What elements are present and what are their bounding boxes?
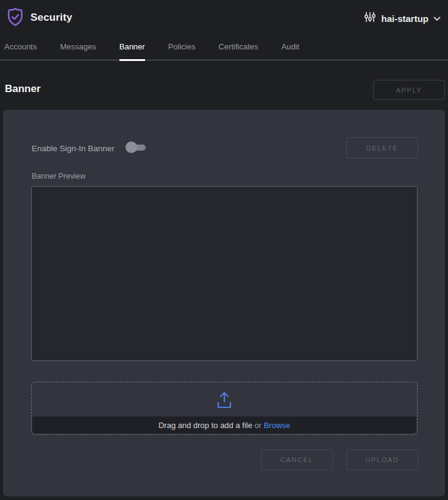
tab-bar: Accounts Messages Banner Policies Certif…	[0, 34, 448, 60]
banner-preview-label: Banner Preview	[32, 172, 85, 180]
tab-banner[interactable]: Banner	[119, 35, 145, 60]
enable-banner-toggle[interactable]	[126, 141, 146, 154]
page-title: Banner	[5, 83, 41, 95]
dropzone-or-text: or	[252, 421, 264, 430]
banner-settings-panel: Enable Sign-In Banner DELETE Banner Prev…	[3, 110, 445, 496]
tab-divider	[0, 60, 448, 60]
chevron-down-icon	[433, 13, 441, 24]
app-title: Security	[30, 12, 73, 24]
tab-certificates[interactable]: Certificates	[218, 35, 258, 60]
org-switcher[interactable]: hai-startup	[364, 11, 441, 26]
sliders-icon	[364, 11, 376, 26]
app-header: Security hai-startup	[0, 0, 448, 34]
cancel-button[interactable]: CANCEL	[261, 449, 333, 470]
shield-check-icon	[5, 7, 26, 27]
upload-button[interactable]: UPLOAD	[346, 449, 418, 470]
enable-banner-toggle-label: Enable Sign-In Banner	[32, 144, 115, 153]
tab-policies[interactable]: Policies	[168, 35, 196, 60]
banner-preview-box	[31, 186, 418, 361]
upload-icon	[216, 391, 233, 409]
delete-button[interactable]: DELETE	[346, 137, 418, 159]
apply-button[interactable]: APPLY	[373, 80, 445, 100]
file-dropzone[interactable]: Drag and drop to add a file or Browse	[31, 382, 418, 435]
tab-messages[interactable]: Messages	[60, 35, 96, 60]
browse-link[interactable]: Browse	[264, 421, 290, 430]
tab-accounts[interactable]: Accounts	[4, 35, 37, 60]
toggle-knob	[126, 141, 137, 153]
tab-audit[interactable]: Audit	[281, 35, 299, 60]
security-page: Security hai-startup Accounts Messages B…	[0, 0, 448, 500]
org-name: hai-startup	[381, 13, 428, 24]
dropzone-text: Drag and drop to add a file	[158, 421, 252, 430]
dropzone-caption: Drag and drop to add a file or Browse	[32, 416, 416, 434]
